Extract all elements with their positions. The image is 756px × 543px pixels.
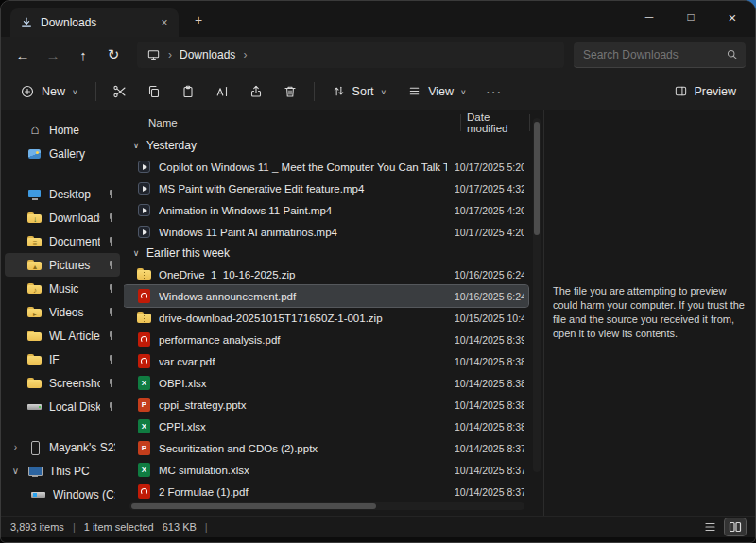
file-date-modified: 10/14/2025 8:37 [455, 465, 524, 476]
phone-icon [27, 440, 43, 455]
vertical-scrollbar-thumb[interactable] [534, 122, 540, 235]
new-tab-button[interactable]: + [188, 9, 209, 30]
sidebar-item-wl-articles[interactable]: WL Articles [5, 324, 120, 348]
sidebar-item-mayanks-s23[interactable]: › Mayank's S23 [5, 435, 120, 459]
file-row[interactable]: MS Paint with Generative Edit feature.mp… [124, 178, 528, 199]
delete-button[interactable] [274, 76, 306, 107]
rename-button[interactable] [206, 76, 238, 107]
thumbnails-view-button[interactable] [725, 518, 746, 535]
titlebar[interactable]: Downloads × + ─ □ × [1, 1, 755, 37]
file-row[interactable]: CPPI.xlsx 10/14/2025 8:38 [124, 416, 528, 437]
minimize-button[interactable]: ─ [628, 2, 670, 32]
copy-button[interactable] [138, 76, 170, 107]
file-row[interactable]: MC simulation.xlsx 10/14/2025 8:37 [124, 459, 528, 481]
maximize-button[interactable]: □ [670, 2, 712, 32]
forward-button[interactable]: → [39, 42, 67, 68]
column-header-name[interactable]: Name [148, 117, 460, 128]
file-row[interactable]: 2 Formulae (1).pdf 10/14/2025 8:37 [124, 481, 528, 502]
file-row[interactable]: Windows 11 Paint AI animatinos.mp4 10/17… [124, 221, 528, 243]
search-box[interactable] [574, 42, 746, 68]
sidebar-item-desktop[interactable]: Desktop [5, 182, 120, 206]
group-header-earlier-this-week[interactable]: ∨ Earlier this week [124, 243, 530, 263]
sidebar-item-gallery[interactable]: Gallery [5, 142, 120, 165]
refresh-button[interactable]: ↻ [99, 42, 128, 68]
chevron-down-icon: ∨ [72, 87, 78, 95]
more-options-button[interactable]: ··· [478, 76, 510, 107]
command-bar: New ∨ [1, 73, 755, 110]
file-name: CPPI.xlsx [159, 421, 447, 433]
file-date-modified: 10/16/2025 6:24 [455, 291, 524, 302]
sidebar-item-videos[interactable]: Videos [5, 300, 120, 324]
sidebar-item-home[interactable]: Home [5, 118, 120, 142]
new-button[interactable]: New ∨ [10, 76, 88, 107]
pin-icon [107, 401, 115, 412]
file-row[interactable]: var cvar.pdf 10/14/2025 8:38 [124, 350, 528, 372]
status-bar: 3,893 items | 1 item selected 613 KB | [1, 516, 755, 537]
horizontal-scrollbar-thumb[interactable] [131, 503, 376, 509]
pin-icon [107, 212, 115, 223]
pictures-folder-icon [27, 258, 43, 273]
search-input[interactable] [581, 47, 720, 62]
file-date-modified: 10/14/2025 8:38 [455, 356, 524, 367]
file-row[interactable]: Securitization and CDOs (2).pptx 10/14/2… [124, 437, 528, 459]
chevron-down-icon[interactable]: ∨ [131, 141, 141, 150]
sidebar-item-label: Local Disk (Z:) [49, 400, 100, 414]
file-row-selected[interactable]: Windows announcement.pdf 10/16/2025 6:24 [124, 285, 528, 307]
file-type-icon [137, 375, 151, 391]
file-row[interactable]: OBPI.xlsx 10/14/2025 8:38 [124, 372, 528, 394]
file-type-icon [137, 224, 151, 240]
chevron-right-icon[interactable]: › [10, 442, 21, 452]
vertical-scrollbar[interactable] [533, 118, 541, 472]
chevron-down-icon[interactable]: ∨ [131, 248, 141, 258]
column-header-date-modified[interactable]: Date modified [460, 114, 530, 131]
file-row[interactable]: OneDrive_1_10-16-2025.zip 10/16/2025 6:2… [124, 263, 528, 285]
breadcrumb-location[interactable]: Downloads [180, 48, 235, 61]
sidebar-item-screenshots[interactable]: Screenshots [5, 371, 120, 395]
tab-close-icon[interactable]: × [156, 14, 173, 31]
new-button-label: New [42, 85, 65, 98]
chevron-down-icon[interactable]: ∨ [10, 466, 21, 476]
group-header-yesterday[interactable]: ∨ Yesterday [124, 135, 530, 156]
file-name: Securitization and CDOs (2).pptx [159, 443, 447, 454]
gallery-icon [27, 146, 43, 161]
plus-circle-icon [20, 84, 35, 99]
file-row[interactable]: performance analysis.pdf 10/14/2025 8:39 [124, 329, 528, 350]
sidebar-item-this-pc[interactable]: ∨ This PC [5, 459, 120, 483]
file-row[interactable]: drive-download-20251015T171650Z-1-001.zi… [124, 307, 528, 329]
chevron-down-icon: ∨ [381, 87, 387, 95]
sort-button[interactable]: Sort ∨ [322, 76, 397, 107]
close-button[interactable]: × [712, 2, 753, 32]
file-date-modified: 10/14/2025 8:38 [455, 421, 524, 433]
preview-toggle-button[interactable]: Preview [664, 76, 746, 107]
share-button[interactable] [240, 76, 272, 107]
sidebar-section-gap [1, 165, 124, 182]
view-icon [407, 84, 421, 98]
pin-icon [107, 331, 115, 341]
sidebar-item-pictures[interactable]: Pictures [5, 253, 120, 277]
folder-icon [27, 352, 43, 367]
explorer-tab-downloads[interactable]: Downloads × [10, 8, 179, 37]
sidebar-item-if[interactable]: IF [5, 348, 120, 371]
horizontal-scrollbar[interactable] [129, 502, 524, 510]
breadcrumb-chevron-icon[interactable]: › [243, 48, 247, 61]
view-button-label: View [428, 85, 454, 98]
view-button[interactable]: View ∨ [398, 76, 475, 107]
sidebar-item-documents[interactable]: Documents [5, 229, 120, 253]
back-button[interactable]: ← [9, 42, 37, 68]
this-pc-icon [146, 48, 161, 62]
file-row[interactable]: Copilot on Windows 11 _ Meet the Compute… [124, 156, 528, 178]
details-view-button[interactable] [699, 518, 720, 535]
cut-button[interactable] [104, 76, 136, 107]
sidebar-item-downloads[interactable]: Downloads [5, 206, 120, 229]
file-row[interactable]: Animation in Windows 11 Paint.mp4 10/17/… [124, 199, 528, 221]
address-bar[interactable]: › Downloads › [137, 42, 564, 68]
file-row[interactable]: cppi_strategy.pptx 10/14/2025 8:38 [124, 394, 528, 416]
up-button[interactable]: ↑ [69, 42, 97, 68]
file-date-modified: 10/14/2025 8:39 [455, 334, 524, 346]
file-date-modified: 10/14/2025 8:37 [455, 486, 524, 498]
paste-button[interactable] [172, 76, 204, 107]
sidebar-item-music[interactable]: Music [5, 277, 120, 300]
sidebar-item-local-disk-z[interactable]: Local Disk (Z:) [5, 395, 120, 418]
sidebar-item-windows-c[interactable]: Windows (C:) [5, 483, 120, 506]
sidebar-item-label: Home [49, 124, 115, 137]
